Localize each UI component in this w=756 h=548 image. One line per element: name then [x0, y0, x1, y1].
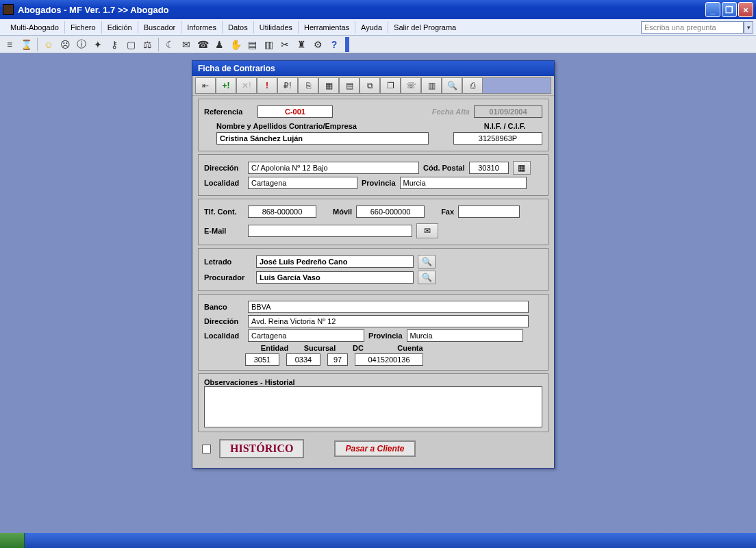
email-field[interactable] [248, 225, 412, 237]
observaciones-textarea[interactable] [204, 386, 542, 427]
dlg-tb-spacer [483, 77, 551, 94]
cuenta-label: Cuenta [379, 344, 441, 352]
taskbar [0, 533, 756, 548]
key-icon[interactable]: ⚷ [108, 38, 121, 51]
menu-bar: Multi-Abogado Fichero Edición Buscador I… [0, 19, 756, 36]
banco-dir-field[interactable]: Avd. Reina Victoria Nº 12 [248, 315, 529, 327]
dc-field[interactable]: 97 [327, 353, 348, 366]
running-icon[interactable]: ✦ [91, 38, 105, 51]
dlg-tb-nav[interactable]: ⇤ [195, 77, 216, 94]
menu-edicion[interactable]: Edición [102, 21, 138, 34]
cuenta-field[interactable]: 0415200136 [355, 353, 423, 366]
nombre-field[interactable]: Cristina Sánchez Luján [216, 132, 429, 145]
dlg-tb-print[interactable]: ⎙ [462, 77, 483, 94]
person-icon[interactable]: ⓘ [75, 38, 88, 51]
menu-buscador[interactable]: Buscador [138, 21, 181, 34]
panel-contacto: Tlf. Cont. 868-000000 Móvil 660-000000 F… [198, 199, 549, 245]
codpostal-lookup-button[interactable]: ▦ [513, 161, 531, 175]
banco-loc-field[interactable]: Cartagena [248, 329, 364, 342]
dlg-tb-phone[interactable]: ☏ [401, 77, 421, 94]
app-icon [3, 4, 14, 15]
sucursal-field[interactable]: 0334 [286, 353, 320, 366]
nif-field[interactable]: 31258963P [453, 132, 542, 145]
hand-icon[interactable]: ✋ [229, 38, 242, 51]
main-toolbar: ≡ ⌛ ☺ ☹ ⓘ ✦ ⚷ ▢ ⚖ ☾ ✉ ☎ ♟ ✋ ▤ ▥ ✂ ♜ ⚙ ? [0, 36, 756, 53]
speech-icon[interactable]: ✉ [179, 38, 193, 51]
start-button[interactable] [0, 533, 25, 548]
bottle-icon[interactable]: ♜ [294, 38, 308, 51]
hourglass-icon[interactable]: ⌛ [19, 38, 33, 51]
gear-icon[interactable]: ⚙ [311, 38, 325, 51]
dlg-tb-doc[interactable]: ⧉ [360, 77, 380, 94]
close-button[interactable]: × [738, 2, 753, 17]
codpostal-field[interactable]: 30310 [469, 162, 509, 174]
panel-identidad: Referencia C-001 Fecha Alta 01/09/2004 N… [198, 99, 549, 151]
email-send-button[interactable]: ✉ [416, 223, 438, 238]
contrarios-dialog: Ficha de Contrarios ⇤ +! ✕! ! ₽! ⎘ ▦ ▤ ⧉… [192, 60, 555, 469]
minimize-button[interactable]: _ [705, 2, 720, 17]
window-icon[interactable]: ▢ [124, 38, 138, 51]
menu-datos[interactable]: Datos [223, 21, 254, 34]
tlf-field[interactable]: 868-000000 [248, 206, 316, 218]
menu-utilidades[interactable]: Utilidades [254, 21, 299, 34]
dlg-tb-del[interactable]: ✕! [236, 77, 257, 94]
dlg-tb-grid[interactable]: ▦ [318, 77, 339, 94]
entidad-field[interactable]: 3051 [245, 353, 279, 366]
calc-icon[interactable]: ▤ [245, 38, 259, 51]
menu-herramientas[interactable]: Herramientas [299, 21, 355, 34]
smile-icon[interactable]: ☺ [42, 38, 55, 51]
letrado-field[interactable]: José Luis Pedreño Cano [256, 256, 414, 268]
pig-icon[interactable]: ♟ [212, 38, 226, 51]
help-search-input[interactable]: Escriba una pregunta [641, 21, 744, 34]
procurador-field[interactable]: Luis García Vaso [256, 271, 414, 284]
menu-informes[interactable]: Informes [181, 21, 223, 34]
tools-icon[interactable]: ✂ [278, 38, 292, 51]
scales-icon[interactable]: ⚖ [140, 38, 154, 51]
panel-banco: Banco BBVA Dirección Avd. Reina Victoria… [198, 294, 549, 371]
fax-label: Fax [441, 208, 454, 216]
historico-button[interactable]: HISTÓRICO [219, 439, 304, 458]
fax-field[interactable] [458, 206, 520, 218]
window-titlebar: Abogados - MF Ver. 1.7 >> Abogado _ ❐ × [0, 0, 756, 19]
referencia-field[interactable]: C-001 [257, 105, 333, 118]
banco-dir-label: Dirección [204, 317, 244, 325]
menu-salir[interactable]: Salir del Programa [388, 21, 462, 34]
historico-checkbox[interactable] [202, 445, 211, 453]
localidad-field[interactable]: Cartagena [248, 177, 357, 189]
menu-multi-abogado[interactable]: Multi-Abogado [5, 21, 65, 34]
menu-ayuda[interactable]: Ayuda [355, 21, 388, 34]
quicklaunch-icon[interactable] [27, 534, 36, 547]
banco-prov-field[interactable]: Murcia [407, 329, 523, 342]
dlg-tb-form[interactable]: ▥ [421, 77, 442, 94]
letrado-search-button[interactable]: 🔍 [418, 255, 436, 269]
maximize-button[interactable]: ❐ [722, 2, 737, 17]
movil-field[interactable]: 660-000000 [356, 206, 425, 218]
pasar-cliente-button[interactable]: Pasar a Cliente [334, 440, 415, 457]
dlg-tb-win[interactable]: ❐ [380, 77, 401, 94]
procurador-label: Procurador [204, 273, 252, 282]
toolbar-icon[interactable]: ≡ [3, 38, 16, 51]
dlg-tb-add[interactable]: +! [216, 77, 236, 94]
direccion-field[interactable]: C/ Apolonia Nº 12 Bajo [248, 162, 419, 174]
help-icon[interactable]: ? [327, 38, 341, 51]
book-icon[interactable]: ▥ [262, 38, 275, 51]
dlg-tb-excl[interactable]: ₽! [277, 77, 298, 94]
dlg-tb-search[interactable]: 🔍 [442, 77, 462, 94]
menu-fichero[interactable]: Fichero [65, 21, 102, 34]
dlg-tb-warn[interactable]: ! [257, 77, 277, 94]
provincia-field[interactable]: Murcia [400, 177, 527, 189]
movil-label: Móvil [333, 208, 352, 216]
help-search-dropdown[interactable]: ▾ [744, 21, 753, 34]
fecha-alta-label: Fecha Alta [432, 108, 470, 116]
codpostal-label: Cód. Postal [423, 164, 465, 172]
observaciones-label: Observaciones - Historial [204, 378, 542, 386]
procurador-search-button[interactable]: 🔍 [418, 271, 436, 284]
phone-icon[interactable]: ☎ [196, 38, 210, 51]
direccion-label: Dirección [204, 164, 244, 172]
dlg-tb-copy[interactable]: ⎘ [298, 77, 318, 94]
moon-icon[interactable]: ☾ [163, 38, 177, 51]
banco-field[interactable]: BBVA [248, 301, 529, 313]
dialog-title: Ficha de Contrarios [192, 61, 554, 76]
dlg-tb-cal[interactable]: ▤ [339, 77, 360, 94]
sad-icon[interactable]: ☹ [58, 38, 72, 51]
